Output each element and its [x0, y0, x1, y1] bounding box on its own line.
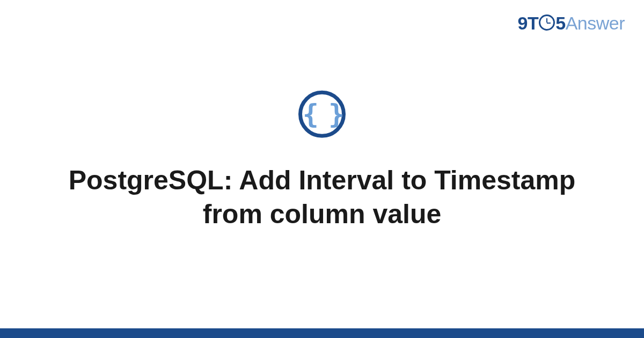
- main-content: { } PostgreSQL: Add Interval to Timestam…: [0, 91, 644, 231]
- code-braces-icon: { }: [303, 101, 341, 128]
- footer-bar: [0, 328, 644, 338]
- logo-text-9t: 9T: [518, 13, 539, 33]
- page-title: PostgreSQL: Add Interval to Timestamp fr…: [54, 164, 590, 231]
- category-icon-circle: { }: [298, 91, 346, 138]
- site-logo: 9T5Answer: [518, 13, 625, 34]
- logo-text-answer: Answer: [566, 13, 625, 33]
- clock-icon: [539, 14, 555, 31]
- logo-text-5: 5: [555, 13, 565, 33]
